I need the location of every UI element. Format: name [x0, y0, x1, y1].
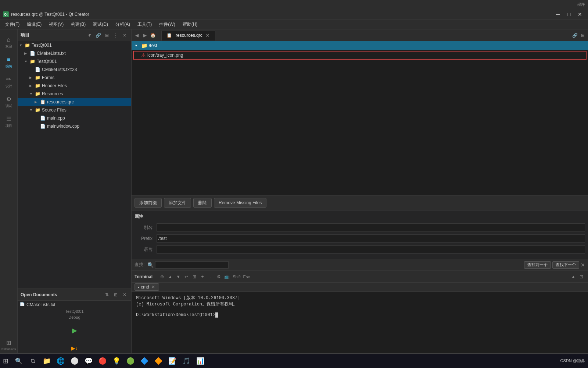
prop-language-input[interactable]	[157, 245, 585, 254]
project-filter-btn[interactable]: ⧩	[86, 32, 93, 39]
taskbar-edge[interactable]: 🌐	[54, 354, 67, 368]
add-prefix-button[interactable]: 添加前缀	[135, 198, 162, 208]
tree-item-forms[interactable]: ▶ 📁 Forms	[18, 74, 131, 82]
term-remove-btn[interactable]: -	[207, 273, 214, 280]
tab-fullscreen-btn[interactable]: ⊞	[579, 32, 587, 39]
content-area: ◀ ▶ 🏠 📋 resources.qrc ✕ 🔗 ⊞ ▼ 📁	[132, 29, 588, 368]
menu-help[interactable]: 帮助(H)	[179, 21, 201, 28]
delete-button[interactable]: 删除	[193, 198, 212, 208]
menu-tools[interactable]: 工具(T)	[134, 21, 155, 28]
nav-forward-btn[interactable]: ▶	[141, 32, 148, 39]
taskbar-search[interactable]: 🔍	[12, 354, 25, 368]
open-docs-tree: 📄 CMakeLists.txt 📄 mainwindow.cpp 📄 main…	[18, 301, 131, 306]
sources-folder-icon: 📁	[35, 107, 40, 113]
project-more-btn[interactable]: ⋮	[112, 32, 119, 39]
sidebar-item-welcome[interactable]: ⌂ 欢迎	[1, 33, 16, 52]
terminal-expand-btn[interactable]: ⊡	[578, 273, 585, 280]
search-input[interactable]	[155, 261, 229, 269]
tree-item-main-cpp[interactable]: 📄 main.cpp	[18, 114, 131, 122]
tree-item-cmake23[interactable]: 📄 CMakeLists.txt:23	[18, 66, 131, 74]
open-docs-add-btn[interactable]: ⊞	[112, 291, 119, 298]
run-debug-button[interactable]: ▶↓	[68, 342, 81, 355]
open-docs-close-btn[interactable]: ✕	[121, 291, 128, 298]
add-file-button[interactable]: 添加文件	[164, 198, 191, 208]
sidebar-item-edit[interactable]: ≡ 编辑	[1, 53, 16, 71]
open-docs-sort-btn[interactable]: ⇅	[103, 291, 111, 298]
tab-split-btn[interactable]: 🔗	[571, 32, 578, 39]
taskbar-app2[interactable]: 💡	[110, 354, 123, 368]
menu-edit[interactable]: 编辑(E)	[23, 21, 45, 28]
minimize-button[interactable]: ─	[553, 11, 563, 18]
taskbar-file-explorer[interactable]: 📁	[40, 354, 53, 368]
term-monitor-btn[interactable]: 📺	[223, 273, 230, 280]
project-add-btn[interactable]: ⊞	[103, 32, 111, 39]
sidebar-item-debug[interactable]: ⚙ 调试	[1, 93, 16, 111]
tab-resources-qrc[interactable]: 📋 resources.qrc ✕	[161, 30, 215, 40]
main-layout: ⌂ 欢迎 ≡ 编辑 ✏ 设计 ⚙ 调试 ☰ 项目 ⊞ Extensions ? …	[0, 29, 588, 368]
cmd-tab-close[interactable]: ✕	[151, 284, 156, 290]
remove-missing-files-button[interactable]: Remove Missing Files	[214, 198, 266, 208]
terminal-tab-cmd[interactable]: ▪ cmd ✕	[135, 283, 159, 291]
window-controls: ─ □ ✕	[553, 11, 585, 18]
resource-prefix-test[interactable]: ▼ 📁 /test	[132, 41, 588, 50]
taskbar-start[interactable]: ⊞	[3, 357, 8, 365]
menu-debug[interactable]: 调试(D)	[89, 21, 112, 28]
taskbar-app5[interactable]: 🔶	[152, 354, 165, 368]
forms-folder-icon: 📁	[35, 75, 40, 81]
tree-label-headers: Header Files	[42, 83, 67, 88]
nav-back-btn[interactable]: ◀	[133, 32, 140, 39]
tab-close-btn[interactable]: ✕	[205, 32, 211, 38]
search-prev-btn[interactable]: 查找前一个	[524, 261, 551, 269]
taskbar-app3[interactable]: 🟢	[124, 354, 137, 368]
run-button[interactable]: ▶	[68, 324, 81, 337]
menu-build[interactable]: 构建(B)	[67, 21, 89, 28]
prop-alias-input[interactable]	[157, 223, 585, 231]
menu-file[interactable]: 文件(F)	[1, 21, 23, 28]
tree-item-testqt001-sub[interactable]: ▼ 📁 TestQt001	[18, 57, 131, 66]
search-next-btn[interactable]: 查找下一个	[552, 261, 579, 269]
search-close-btn[interactable]: ✕	[581, 262, 585, 268]
taskbar-app8[interactable]: 📊	[194, 354, 207, 368]
project-close-btn[interactable]: ✕	[121, 32, 128, 39]
app-icon: Qt	[3, 11, 9, 17]
windows-logo-icon: ⊞	[3, 357, 8, 365]
tree-item-headers[interactable]: ▶ 📁 Header Files	[18, 82, 131, 90]
taskbar-app1[interactable]: 🔴	[96, 354, 109, 368]
tree-item-cmakelists-root[interactable]: ▶ 📄 CMakeLists.txt	[18, 49, 131, 57]
term-add-btn[interactable]: +	[199, 273, 206, 280]
resource-file-tray-icon[interactable]: ⚠ icon/tray_icon.png	[133, 51, 587, 60]
prop-prefix-input[interactable]	[157, 234, 585, 243]
cmd-icon: ▪	[138, 284, 139, 290]
open-doc-cmake[interactable]: 📄 CMakeLists.txt	[18, 301, 131, 306]
taskbar-taskview[interactable]: ⧉	[26, 354, 39, 368]
taskbar-chrome[interactable]: ⚪	[68, 354, 81, 368]
tree-item-mainwindow-cpp[interactable]: 📄 mainwindow.cpp	[18, 122, 131, 130]
term-connect-btn[interactable]: ⊕	[158, 273, 166, 280]
taskbar-app7[interactable]: 🎵	[180, 354, 193, 368]
tree-label-sources: Source Files	[42, 107, 67, 113]
tree-item-resources[interactable]: ▼ 📁 Resources	[18, 90, 131, 98]
menu-analyze[interactable]: 分析(A)	[112, 21, 134, 28]
taskbar-wechat[interactable]: 💬	[82, 354, 95, 368]
menu-widget[interactable]: 控件(W)	[155, 21, 179, 28]
sidebar-item-design[interactable]: ✏ 设计	[1, 73, 16, 91]
term-settings-btn[interactable]: ⚙	[215, 273, 222, 280]
tree-item-testqt001-root[interactable]: ▼ 📁 TestQt001	[18, 41, 131, 49]
close-button[interactable]: ✕	[575, 11, 585, 18]
maximize-button[interactable]: □	[564, 11, 574, 18]
term-down-btn[interactable]: ▼	[175, 273, 182, 280]
menu-view[interactable]: 视图(V)	[45, 21, 67, 28]
tree-item-sources[interactable]: ▼ 📁 Source Files	[18, 106, 131, 114]
term-split-btn[interactable]: ⊞	[191, 273, 198, 280]
terminal-collapse-btn[interactable]: ▲	[570, 273, 577, 280]
sidebar-extensions-label: Extensions	[1, 347, 16, 351]
tree-item-resources-qrc[interactable]: ▶ 📋 resources.qrc	[18, 98, 131, 106]
taskbar-app6[interactable]: 📝	[166, 354, 179, 368]
sidebar-item-extensions[interactable]: ⊞ Extensions	[1, 336, 16, 354]
term-wrap-btn[interactable]: ↩	[183, 273, 190, 280]
sidebar-item-project[interactable]: ☰ 项目	[1, 113, 16, 131]
taskbar-app4[interactable]: 🔷	[138, 354, 151, 368]
project-link-btn[interactable]: 🔗	[94, 32, 102, 39]
term-up-btn[interactable]: ▲	[166, 273, 174, 280]
nav-home-btn[interactable]: 🏠	[149, 32, 157, 39]
